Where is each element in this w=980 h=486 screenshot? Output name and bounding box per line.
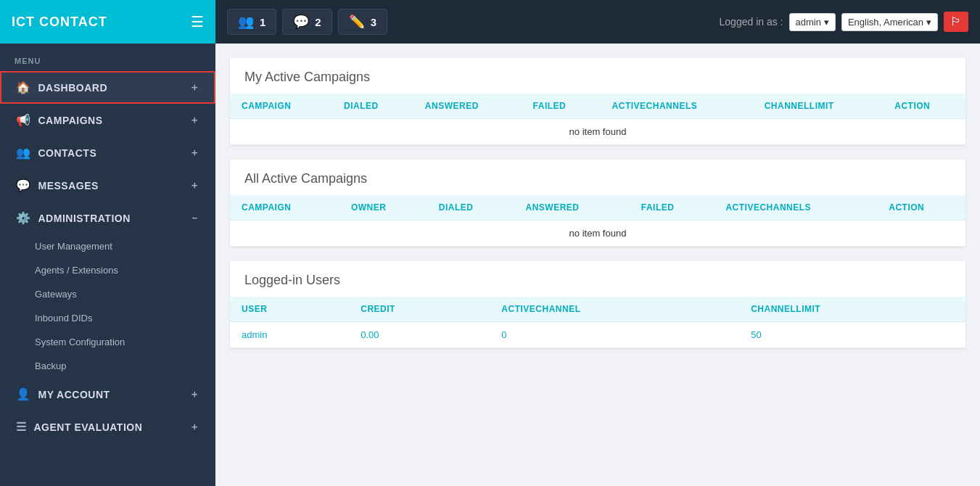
nav-badge-messages[interactable]: 💬 2 (282, 9, 332, 35)
all-active-campaigns-table: CAMPAIGN OWNER DIALED ANSWERED FAILED AC… (230, 195, 965, 247)
sidebar-item-messages-label: MESSAGES (38, 180, 99, 191)
my-active-campaigns-empty: no item found (230, 119, 965, 145)
minus-icon: － (189, 212, 200, 225)
sidebar-item-backup[interactable]: Backup (0, 354, 215, 378)
hamburger-icon[interactable]: ☰ (191, 13, 204, 30)
sidebar-item-my-account[interactable]: 👤 MY ACCOUNT ＋ (0, 378, 215, 411)
sidebar-item-inbound-dids[interactable]: Inbound DIDs (0, 306, 215, 330)
col-dialed: DIALED (332, 94, 413, 119)
sidebar-item-gateways[interactable]: Gateways (0, 282, 215, 306)
chevron-down-icon: ▾ (824, 17, 829, 28)
my-active-campaigns-columns: CAMPAIGN DIALED ANSWERED FAILED ACTIVECH… (230, 94, 965, 119)
my-account-icon: 👤 (16, 387, 31, 401)
nav-badge-edit[interactable]: ✏️ 3 (338, 9, 387, 35)
menu-label: MENU (0, 44, 215, 71)
agent-evaluation-icon: ☰ (16, 420, 27, 434)
table-row: admin 0.00 0 50 (230, 322, 965, 348)
col-answered: ANSWERED (514, 195, 630, 221)
nav-badge-users-count: 1 (260, 16, 265, 28)
col-failed: FAILED (522, 94, 601, 119)
logged-in-users-title: Logged-in Users (244, 273, 340, 287)
credit-cell: 0.00 (349, 322, 490, 348)
language-select-value: English, American (848, 17, 923, 28)
logged-in-section: Logged in as : admin ▾ English, American… (720, 12, 968, 32)
nav-badge-edit-count: 3 (371, 16, 376, 28)
col-campaign: CAMPAIGN (230, 94, 332, 119)
sidebar-item-system-configuration[interactable]: System Configuration (0, 330, 215, 354)
col-answered: ANSWERED (413, 94, 522, 119)
col-credit: CREDIT (349, 297, 490, 322)
sidebar-item-campaigns[interactable]: 📢 CAMPAIGNS ＋ (0, 104, 215, 136)
col-activechannels: ACTIVECHANNELS (601, 94, 753, 119)
logged-in-users-card: Logged-in Users USER CREDIT ACTIVECHANNE… (230, 261, 965, 348)
language-select[interactable]: English, American ▾ (841, 13, 938, 31)
main-content: My Active Campaigns CAMPAIGN DIALED ANSW… (215, 44, 980, 486)
sidebar-item-messages[interactable]: 💬 MESSAGES ＋ (0, 169, 215, 202)
messages-nav-icon: 💬 (16, 178, 31, 192)
admin-submenu: User Management Agents / Extensions Gate… (0, 234, 215, 378)
plus-icon: ＋ (189, 388, 200, 401)
plus-icon: ＋ (189, 179, 200, 192)
logged-in-users-header: Logged-in Users (230, 261, 965, 297)
users-icon: 👥 (238, 14, 254, 30)
flag-button[interactable]: 🏳 (944, 12, 968, 32)
user-select-value: admin (796, 17, 821, 28)
my-active-campaigns-card: My Active Campaigns CAMPAIGN DIALED ANSW… (230, 58, 965, 145)
nav-badge-users[interactable]: 👥 1 (227, 9, 276, 35)
plus-icon: ＋ (189, 81, 200, 94)
administration-icon: ⚙️ (16, 211, 31, 225)
sidebar-item-contacts[interactable]: 👥 CONTACTS ＋ (0, 136, 215, 169)
activechannel-cell: 0 (490, 322, 739, 348)
sidebar-item-dashboard-label: DASHBOARD (38, 82, 108, 94)
user-select[interactable]: admin ▾ (789, 13, 836, 31)
col-action: ACTION (883, 94, 965, 119)
all-active-campaigns-header: All Active Campaigns (230, 160, 965, 195)
col-failed: FAILED (630, 195, 715, 221)
sidebar-item-agent-evaluation-label: AGENT EVALUATION (34, 421, 143, 433)
campaigns-icon: 📢 (16, 113, 31, 127)
no-item-text: no item found (230, 221, 965, 247)
my-active-campaigns-header: My Active Campaigns (230, 58, 965, 94)
col-channellimit: CHANNELLIMIT (753, 94, 884, 119)
messages-icon: 💬 (293, 14, 309, 30)
plus-icon: ＋ (189, 147, 200, 160)
sidebar-item-administration[interactable]: ⚙️ ADMINISTRATION － (0, 202, 215, 234)
my-active-campaigns-title: My Active Campaigns (244, 70, 370, 84)
user-cell[interactable]: admin (230, 322, 349, 348)
col-activechannel: ACTIVECHANNEL (490, 297, 739, 322)
plus-icon: ＋ (189, 421, 200, 434)
plus-icon: ＋ (189, 114, 200, 127)
nav-badge-messages-count: 2 (315, 16, 321, 28)
sidebar-item-user-management[interactable]: User Management (0, 234, 215, 258)
sidebar-item-administration-label: ADMINISTRATION (38, 213, 131, 224)
logged-in-label: Logged in as : (720, 16, 783, 28)
logged-in-users-table: USER CREDIT ACTIVECHANNEL CHANNELLIMIT a… (230, 297, 965, 348)
col-user: USER (230, 297, 349, 322)
col-campaign: CAMPAIGN (230, 195, 339, 221)
sidebar-item-dashboard[interactable]: 🏠 DASHBOARD ＋ (0, 71, 215, 104)
all-active-campaigns-empty: no item found (230, 221, 965, 247)
all-active-campaigns-columns: CAMPAIGN OWNER DIALED ANSWERED FAILED AC… (230, 195, 965, 221)
brand-title: ICT CONTACT (12, 15, 107, 30)
sidebar-item-agents-extensions[interactable]: Agents / Extensions (0, 258, 215, 282)
col-owner: OWNER (339, 195, 427, 221)
all-active-campaigns-title: All Active Campaigns (244, 171, 367, 186)
logged-in-users-columns: USER CREDIT ACTIVECHANNEL CHANNELLIMIT (230, 297, 965, 322)
col-channellimit: CHANNELLIMIT (739, 297, 965, 322)
sidebar-item-agent-evaluation[interactable]: ☰ AGENT EVALUATION ＋ (0, 411, 215, 443)
col-dialed: DIALED (427, 195, 514, 221)
no-item-text: no item found (230, 119, 965, 145)
edit-icon: ✏️ (349, 14, 365, 30)
header-right: 👥 1 💬 2 ✏️ 3 Logged in as : admin ▾ Engl… (215, 9, 980, 35)
my-active-campaigns-table: CAMPAIGN DIALED ANSWERED FAILED ACTIVECH… (230, 94, 965, 145)
channellimit-cell: 50 (739, 322, 965, 348)
sidebar-item-my-account-label: MY ACCOUNT (38, 389, 110, 400)
brand-area: ICT CONTACT ☰ (0, 0, 215, 44)
sidebar: MENU 🏠 DASHBOARD ＋ 📢 CAMPAIGNS ＋ 👥 CONTA… (0, 44, 215, 486)
col-action: ACTION (877, 195, 965, 221)
dashboard-icon: 🏠 (16, 81, 31, 94)
contacts-icon: 👥 (16, 146, 31, 160)
col-activechannels: ACTIVECHANNELS (714, 195, 877, 221)
sidebar-item-campaigns-label: CAMPAIGNS (38, 115, 103, 126)
sidebar-item-contacts-label: CONTACTS (38, 147, 97, 159)
